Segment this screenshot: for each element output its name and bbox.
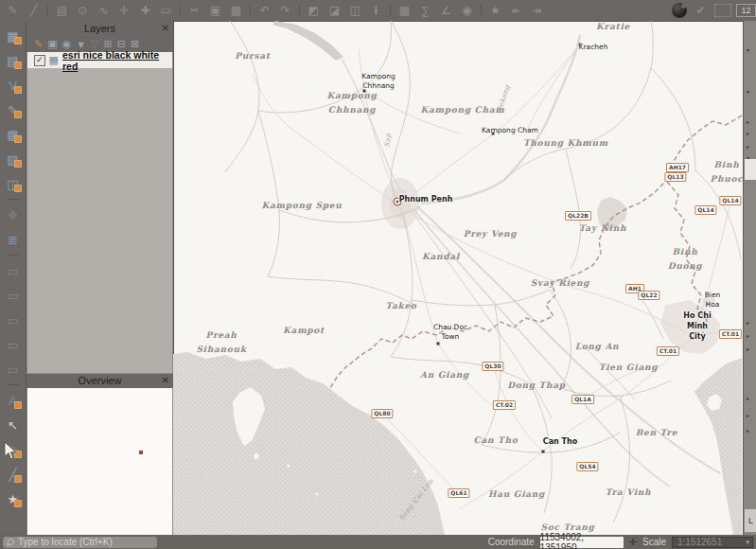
digitize-line-icon[interactable]: ∿ (95, 3, 113, 18)
layers-tree[interactable]: ✓ ▦ esri nice black white red (26, 52, 173, 374)
status-bar: Type to locate (Ctrl+K) Coordinate 11534… (0, 535, 756, 549)
city-marker-ring (394, 198, 402, 206)
dock-arrow-icon[interactable]: ▸ (747, 333, 749, 339)
copy-features-icon[interactable]: ▣ (206, 3, 224, 18)
paste-features-icon[interactable]: ▦ (227, 3, 245, 18)
new-virtual-layer-icon[interactable]: ◫ (3, 171, 24, 196)
scale-label: Scale (642, 537, 666, 547)
new-mesh-layer-icon[interactable]: ▦ (3, 122, 24, 147)
new-raster-layer-icon[interactable]: ▨ (3, 147, 24, 171)
coordinate-input[interactable]: 11534002, 1351950 (540, 537, 624, 548)
layer-row[interactable]: ✓ ▦ esri nice black white red (27, 52, 172, 68)
locator-search-input[interactable]: Type to locate (Ctrl+K) (3, 537, 157, 548)
dock-arrow-icon[interactable]: ▸ (747, 320, 749, 326)
add-vector-layer-icon[interactable]: ▤ (3, 48, 24, 73)
attribute-table-icon[interactable]: ▦ (396, 3, 413, 18)
close-icon[interactable]: ✕ (162, 375, 169, 386)
open-layer-styling-icon[interactable]: ✎ (34, 38, 43, 50)
dock-arrow-icon[interactable]: ▸ (747, 144, 749, 150)
layers-panel-title-text: Layers (84, 23, 115, 34)
dock-arrow-icon[interactable]: ▾ (747, 89, 749, 95)
overview-map[interactable] (26, 388, 173, 536)
extents-toggle-icon[interactable]: ✛ (629, 537, 637, 547)
toolbar-separator (180, 5, 181, 16)
line-annotation-icon[interactable]: ╱ (3, 462, 24, 487)
move-feature-icon[interactable]: ✚ (136, 3, 154, 18)
data-source-manager-icon[interactable]: ▦ (3, 24, 24, 48)
zoom-next-icon[interactable]: ↠ (528, 3, 546, 18)
overview-extent-marker (139, 451, 143, 454)
rotate-label-icon[interactable]: ▭ (3, 332, 24, 357)
toolbar-separator (8, 199, 19, 200)
dock-highlight (745, 159, 756, 180)
city-marker-dot (437, 343, 440, 345)
current-edits-icon[interactable]: ✎ (4, 3, 22, 18)
redo-icon[interactable]: ↷ (276, 3, 294, 18)
locator-placeholder: Type to locate (Ctrl+K) (18, 537, 113, 547)
toolbar-separator (8, 384, 19, 385)
map-canvas[interactable]: PursatKampong ChhnangKampong ChamKratieT… (173, 21, 743, 535)
deselect-all-icon[interactable]: ◫ (346, 3, 364, 18)
coordinate-label: Coordinate (488, 537, 535, 547)
undo-icon[interactable]: ↶ (255, 3, 273, 18)
layer-name[interactable]: esri nice black white red (62, 49, 172, 72)
delete-selected-icon[interactable]: ▭ (157, 3, 175, 18)
city-marker-dot (691, 337, 694, 340)
toolbar-separator (250, 5, 251, 16)
highlight-labels-icon[interactable]: ▭ (3, 283, 24, 308)
field-calculator-icon[interactable]: ∑ (416, 3, 434, 18)
select-features-icon[interactable]: ◩ (305, 3, 323, 18)
dock-arrow-icon[interactable]: ▸ (747, 396, 749, 401)
new-shapefile-layer-icon[interactable]: V (3, 73, 24, 97)
select-annotation-icon[interactable]: ↖ (3, 413, 24, 437)
city-marker-dot (542, 451, 545, 453)
toolbar-separator (47, 5, 48, 16)
close-icon[interactable]: ✕ (162, 23, 169, 34)
city-marker-dot (492, 133, 495, 135)
text-annotation-icon[interactable]: A (3, 388, 24, 413)
city-marker-dot (707, 303, 710, 306)
add-wms-layer-icon[interactable]: ❖ (3, 203, 24, 227)
magnifier-spinbox[interactable]: 12 (736, 4, 756, 17)
zoom-last-icon[interactable]: ↞ (507, 3, 525, 18)
dock-arrow-icon[interactable]: ▸ (747, 413, 749, 418)
toolbar-right-group: ✔ 12 (672, 3, 756, 18)
move-label-icon[interactable]: ▭ (3, 308, 24, 332)
right-dock-strip[interactable]: ▾▾▸▸▸▾▸▸▸▸▸▸L (743, 21, 756, 535)
main-toolbar: ✎╱▤⊙∿✛✚▭✂▣▦↶↷◩◪◫ℹ▦∑∠◉★↞↠ ✔ 12 (0, 0, 756, 21)
new-bookmark-icon[interactable]: ★ (486, 3, 504, 18)
selection-extent-icon[interactable] (714, 4, 731, 17)
status-right-group: Coordinate 11534002, 1351950 ✛ Scale 1:1… (488, 537, 753, 548)
dock-arrow-icon[interactable]: ▸ (747, 346, 749, 352)
add-group-icon[interactable]: ▣ (47, 38, 57, 50)
identify-features-icon[interactable]: ℹ (367, 3, 385, 18)
scale-dropdown[interactable]: 1:1512651 (672, 537, 753, 548)
layer-visibility-checkbox[interactable]: ✓ (34, 55, 45, 66)
new-geopackage-layer-icon[interactable]: ✎ (3, 97, 24, 122)
dock-arrow-icon[interactable]: ▸ (747, 131, 749, 136)
layers-panel: Layers ✕ ✎▣◉▼▽⊞⊟⊠ ✓ ▦ esri nice black wh… (26, 21, 173, 374)
save-layer-edits-icon[interactable]: ▤ (53, 3, 71, 18)
digitize-point-icon[interactable]: ⊙ (74, 3, 92, 18)
dock-tab[interactable]: L (745, 509, 756, 532)
dock-arrow-icon[interactable]: ▸ (747, 119, 749, 125)
polygon-annotation-icon[interactable]: ◇ (3, 437, 24, 462)
dock-arrow-icon[interactable]: ▾ (747, 47, 749, 53)
select-by-expression-icon[interactable]: ◪ (325, 3, 343, 18)
cut-features-icon[interactable]: ✂ (185, 3, 203, 18)
filter-by-expression-icon[interactable]: ▽ (91, 38, 98, 50)
measure-icon[interactable]: ∠ (437, 3, 455, 18)
db-manager-icon[interactable]: ≣ (3, 227, 24, 252)
change-label-icon[interactable]: ▭ (3, 357, 24, 381)
map-tips-icon[interactable]: ◉ (458, 3, 476, 18)
dark-globe-icon[interactable] (672, 3, 687, 18)
dock-arrow-icon[interactable]: ▸ (747, 428, 749, 434)
qgis-window: ✎╱▤⊙∿✛✚▭✂▣▦↶↷◩◪◫ℹ▦∑∠◉★↞↠ ✔ 12 ▦▤V✎▦▨◫❖≣▭… (0, 0, 756, 549)
pin-labels-icon[interactable]: ▭ (3, 258, 24, 283)
geometry-check-icon[interactable]: ✔ (692, 3, 710, 18)
raster-layer-icon: ▦ (49, 54, 59, 66)
vertex-tool-icon[interactable]: ✛ (115, 3, 133, 18)
favorites-icon[interactable]: ★ (3, 487, 24, 511)
toggle-editing-icon[interactable]: ╱ (25, 3, 43, 18)
overview-panel-title: Overview ✕ (26, 373, 173, 388)
